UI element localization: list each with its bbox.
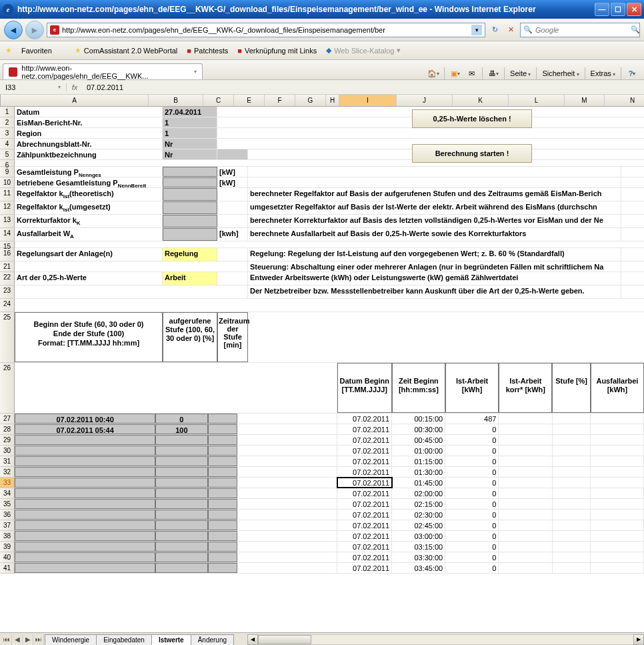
back-button[interactable]: ◄ (4, 21, 23, 39)
command-bar: 🏠 ▣ ✉ 🖶 Seite Sicherheit Extras ? (424, 67, 641, 79)
row-header-23[interactable]: 23 (0, 285, 15, 299)
page-menu[interactable]: Seite (510, 69, 531, 77)
row-header-30[interactable]: 30 (0, 446, 15, 456)
row-30: 07.02.201101:00:000 (15, 446, 644, 456)
row-header-28[interactable]: 28 (0, 424, 15, 435)
row-header-3[interactable]: 3 (0, 128, 15, 139)
row-header-38[interactable]: 38 (0, 531, 15, 542)
tab-dropdown-icon[interactable]: ▾ (194, 69, 197, 75)
row-header-41[interactable]: 41 (0, 563, 15, 574)
col-header-K[interactable]: K (453, 95, 509, 106)
col-header-G[interactable]: G (295, 95, 326, 106)
row-6 (15, 160, 644, 167)
row-header-29[interactable]: 29 (0, 435, 15, 446)
tab-last-icon[interactable]: ⏭ (33, 634, 44, 645)
col-header-I[interactable]: I (339, 95, 397, 106)
extras-menu[interactable]: Extras (591, 69, 615, 77)
row-9: Gesamtleistung PNennges[kW] (15, 167, 644, 177)
row-header-21[interactable]: 21 (0, 261, 15, 272)
search-go-icon[interactable]: 🔍 (631, 25, 640, 34)
row-header-12[interactable]: 12 (0, 201, 15, 215)
formula-input[interactable] (83, 83, 644, 91)
col-header-L[interactable]: L (509, 95, 565, 106)
row-header-25[interactable]: 25 (0, 312, 15, 363)
favorites-label[interactable]: Favoriten (21, 47, 52, 55)
sheet-tab-eingabedaten[interactable]: Eingabedaten (96, 634, 152, 645)
security-menu[interactable]: Sicherheit (542, 69, 579, 77)
close-button[interactable]: ✕ (627, 3, 641, 16)
maximize-button[interactable]: ☐ (611, 3, 625, 16)
row-header-26[interactable]: 26 (0, 363, 15, 414)
search-box[interactable]: 🔍 🔍 (520, 23, 640, 37)
row-header-2[interactable]: 2 (0, 117, 15, 128)
scroll-left-icon[interactable]: ◀ (247, 634, 258, 645)
mail-button[interactable]: ✉ (466, 68, 477, 79)
sheet-tab-windenergie[interactable]: Windenergie (45, 634, 97, 645)
sheet-tab-istwerte[interactable]: Istwerte (151, 634, 191, 645)
col-header-E[interactable]: E (234, 95, 265, 106)
col-header-A[interactable]: A (1, 95, 149, 106)
row-header-9[interactable]: 9 (0, 167, 15, 177)
browser-tab[interactable]: http://www.eon-netz.com/pages/ehn_de/EEG… (3, 63, 203, 79)
col-header-C[interactable]: C (203, 95, 234, 106)
tab-first-icon[interactable]: ⏮ (1, 634, 12, 645)
row-header-13[interactable]: 13 (0, 215, 15, 228)
cell-grid[interactable]: Datum27.04.2011EisMan-Bericht-Nr.1Region… (15, 107, 644, 574)
row-header-37[interactable]: 37 (0, 520, 15, 531)
print-button[interactable]: 🖶 (488, 68, 499, 79)
row-header-15[interactable]: 15 (0, 241, 15, 248)
row-header-40[interactable]: 40 (0, 552, 15, 563)
row-header-24[interactable]: 24 (0, 299, 15, 312)
search-input[interactable] (535, 26, 628, 34)
row-header-10[interactable]: 10 (0, 177, 15, 188)
col-header-M[interactable]: M (565, 95, 605, 106)
start-calc-button[interactable]: Berechnung starten ! (412, 144, 532, 163)
scroll-thumb[interactable] (258, 635, 311, 644)
url-input[interactable] (62, 26, 469, 34)
row-header-14[interactable]: 14 (0, 228, 15, 241)
sheet-tab-änderung[interactable]: Änderung (191, 634, 234, 645)
fav-item-webslice[interactable]: ◆Web Slice-Katalog ▾ (326, 46, 401, 55)
row-header-16[interactable]: 16 (0, 248, 15, 261)
col-header-F[interactable]: F (265, 95, 295, 106)
col-header-N[interactable]: N (605, 95, 644, 106)
name-box[interactable]: I33▾ (0, 83, 67, 91)
col-header-B[interactable]: B (149, 95, 203, 106)
row-header-22[interactable]: 22 (0, 272, 15, 285)
col-header-J[interactable]: J (397, 95, 453, 106)
row-header-6[interactable]: 6 (0, 160, 15, 167)
col-header-H[interactable]: H (326, 95, 339, 106)
row-header-11[interactable]: 11 (0, 188, 15, 201)
url-dropdown[interactable]: ▾ (471, 25, 482, 35)
rss-button[interactable]: ▣ (450, 68, 461, 79)
row-header-36[interactable]: 36 (0, 510, 15, 520)
row-header-5[interactable]: 5 (0, 149, 15, 160)
favorites-star-icon[interactable]: ★ (5, 46, 12, 55)
row-header-27[interactable]: 27 (0, 414, 15, 424)
tab-next-icon[interactable]: ▶ (23, 634, 33, 645)
row-header-35[interactable]: 35 (0, 499, 15, 510)
minimize-button[interactable]: — (595, 3, 609, 16)
help-button[interactable]: ? (627, 68, 637, 79)
row-41: 07.02.201103:45:000 (15, 563, 644, 574)
row-header-32[interactable]: 32 (0, 467, 15, 478)
reload-button[interactable]: ↻ (488, 23, 501, 37)
tab-prev-icon[interactable]: ◀ (12, 634, 23, 645)
row-header-39[interactable]: 39 (0, 542, 15, 552)
fav-item-comassistant[interactable]: ★ComAssistant 2.0 WebPortal (75, 46, 177, 55)
row-header-34[interactable]: 34 (0, 488, 15, 499)
delete-values-button[interactable]: 0,25-h-Werte löschen ! (412, 109, 532, 128)
forward-button[interactable]: ► (25, 21, 44, 39)
stop-button[interactable]: ✕ (504, 23, 517, 37)
row-header-33[interactable]: 33 (0, 478, 15, 488)
scroll-right-icon[interactable]: ▶ (633, 634, 644, 645)
address-bar[interactable]: e ▾ (47, 23, 485, 37)
row-header-31[interactable]: 31 (0, 456, 15, 467)
fav-item-links[interactable]: ■Verknüpfung mit Links (237, 47, 317, 55)
fx-icon[interactable]: fx (67, 83, 83, 91)
horizontal-scrollbar[interactable]: ◀ ▶ (247, 634, 644, 645)
fav-item-patchtests[interactable]: ■Patchtests (187, 47, 228, 55)
row-header-1[interactable]: 1 (0, 107, 15, 117)
row-header-4[interactable]: 4 (0, 139, 15, 149)
home-button[interactable]: 🏠 (428, 68, 439, 79)
